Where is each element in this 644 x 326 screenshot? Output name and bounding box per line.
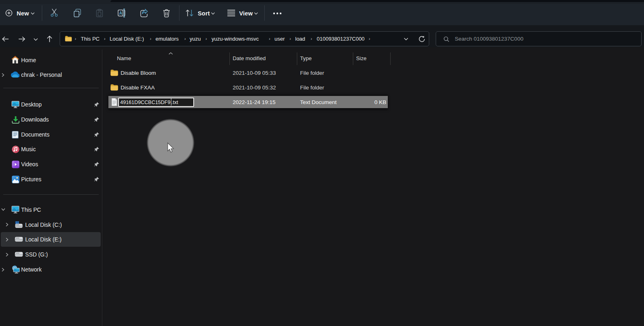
svg-text:A: A — [119, 11, 122, 15]
